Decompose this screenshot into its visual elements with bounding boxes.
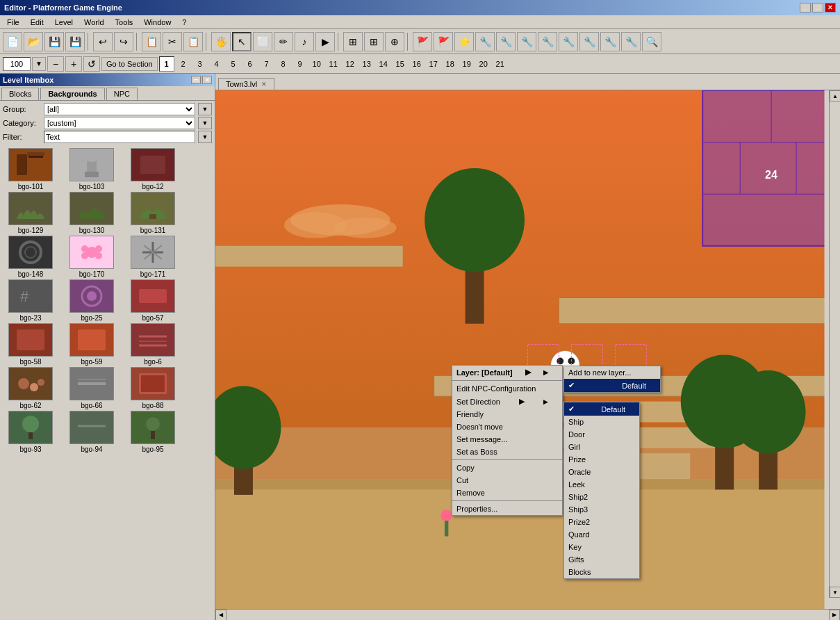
new-button[interactable]: 📄 [3,32,22,51]
scroll-right-button[interactable]: ▶ [829,610,840,621]
paste-button[interactable]: 📋 [183,32,203,51]
filter-dropdown-button[interactable]: ▼ [198,131,212,143]
section-3[interactable]: 3 [192,56,208,72]
ctx-set-boss[interactable]: Set as Boss [452,446,562,458]
copy-button[interactable]: 📋 [142,32,161,51]
list-item[interactable]: bgo-129 [3,192,58,234]
section-19[interactable]: 19 [459,56,475,72]
ctx-doesnt-move[interactable]: Doesn't move [452,421,562,433]
group-select[interactable]: [all] [44,103,195,115]
save-as-button[interactable]: 💾 [65,32,85,51]
zoom-down-button[interactable]: ▼ [32,57,46,71]
section-1[interactable]: 1 [159,56,174,72]
close-button[interactable]: ✕ [825,3,836,13]
ctx-dir-door[interactable]: Door [564,428,639,441]
list-item[interactable]: bgo-59 [64,323,120,366]
tool5[interactable]: 🔧 [559,32,578,51]
star-button[interactable]: ⭐ [454,32,474,51]
tool4[interactable]: 🔧 [538,32,557,51]
horizontal-scrollbar[interactable]: ◀ ▶ [215,609,840,620]
zoom-out-button[interactable]: − [47,56,64,72]
tool1[interactable]: 🔧 [475,32,495,51]
menu-edit[interactable]: Edit [26,17,48,27]
ctx-dir-prize[interactable]: Prize [564,453,639,466]
category-select[interactable]: [custom] [44,117,195,129]
menu-help[interactable]: ? [178,17,190,27]
ctx-dir-ship3[interactable]: Ship3 [564,503,639,516]
section-7[interactable]: 7 [259,56,274,72]
section-21[interactable]: 21 [493,56,508,72]
panel-close-button[interactable]: ✕ [202,76,212,84]
grid2-button[interactable]: ⊞ [364,32,384,51]
section-17[interactable]: 17 [426,56,441,72]
group-expand-button[interactable]: ▼ [198,103,212,115]
ctx-dir-prize2[interactable]: Prize2 [564,516,639,528]
save-button[interactable]: 💾 [44,32,64,51]
tab-blocks[interactable]: Blocks [1,88,39,100]
ctx-dir-leek[interactable]: Leek [564,478,639,491]
list-item[interactable]: bgo-131 [125,192,181,234]
list-item[interactable]: bgo-101 [3,148,58,190]
search-button[interactable]: 🔍 [642,32,661,51]
filter-input[interactable] [44,131,195,143]
list-item[interactable]: bgo-103 [64,148,120,190]
ctx-add-new-layer[interactable]: Add to new layer... [564,366,660,379]
ctx-cut[interactable]: Cut [452,474,562,487]
list-item[interactable]: bgo-25 [64,279,120,322]
section-6[interactable]: 6 [242,56,258,72]
tool7[interactable]: 🔧 [600,32,620,51]
cut-button[interactable]: ✂ [163,32,182,51]
list-item[interactable]: bgo-58 [3,323,58,366]
ctx-dir-quard[interactable]: Quard [564,528,639,541]
flag-button[interactable]: 🚩 [413,32,432,51]
ctx-dir-oracle[interactable]: Oracle [564,466,639,478]
section-16[interactable]: 16 [409,56,425,72]
list-item[interactable]: bgo-6 [125,323,181,366]
flag2-button[interactable]: 🚩 [434,32,453,51]
ctx-dir-gifts[interactable]: Gifts [564,553,639,566]
section-11[interactable]: 11 [326,56,341,72]
section-12[interactable]: 12 [343,56,358,72]
minimize-button[interactable]: _ [800,3,811,13]
section-8[interactable]: 8 [276,56,291,72]
list-item[interactable]: bgo-57 [125,279,181,322]
ctx-properties[interactable]: Properties... [452,503,562,515]
list-item[interactable]: bgo-66 [64,367,120,409]
eraser-tool[interactable]: ✏ [274,32,293,51]
tab-backgrounds[interactable]: Backgrounds [40,88,104,100]
ctx-default-layer[interactable]: ✔ Default [564,379,660,392]
ctx-copy[interactable]: Copy [452,462,562,474]
ctx-edit-npc[interactable]: Edit NPC-Configuration [452,382,562,395]
tab-npc[interactable]: NPC [106,88,138,100]
list-item[interactable]: bgo-148 [3,236,58,278]
menu-window[interactable]: Window [140,17,175,27]
section-18[interactable]: 18 [443,56,458,72]
scroll-left-button[interactable]: ◀ [215,610,227,621]
ctx-set-message[interactable]: Set message... [452,433,562,446]
level-tab-close-button[interactable]: ✕ [261,81,267,88]
game-canvas[interactable]: 24 Layer: [Default] ▶ Edit NPC-Configura… [215,90,840,609]
ctx-set-direction[interactable]: Set Direction ▶ [452,395,562,408]
ctx-dir-girl[interactable]: Girl [564,441,639,453]
section-13[interactable]: 13 [359,56,374,72]
list-item[interactable]: # bgo-23 [3,279,58,322]
target-button[interactable]: ⊕ [385,32,404,51]
play-button[interactable]: ▶ [315,32,335,51]
section-15[interactable]: 15 [393,56,408,72]
tool3[interactable]: 🔧 [517,32,536,51]
section-2[interactable]: 2 [176,56,191,72]
section-5[interactable]: 5 [226,56,241,72]
level-tab[interactable]: Town3.lvl ✕ [218,78,274,90]
music-tool[interactable]: ♪ [295,32,314,51]
reset-zoom-button[interactable]: ↺ [83,56,100,72]
ctx-dir-blocks[interactable]: Blocks [564,566,639,578]
zoom-in-button[interactable]: + [65,56,82,72]
list-item[interactable]: bgo-88 [125,367,181,409]
ctx-dir-ship2[interactable]: Ship2 [564,491,639,503]
scroll-down-button[interactable]: ▼ [830,587,840,598]
section-4[interactable]: 4 [209,56,224,72]
ctx-dir-ship[interactable]: Ship [564,416,639,428]
list-item[interactable]: bgo-170 [64,236,120,278]
scroll-up-button[interactable]: ▲ [830,90,840,101]
vertical-scrollbar[interactable]: ▲ ▼ [829,90,840,598]
